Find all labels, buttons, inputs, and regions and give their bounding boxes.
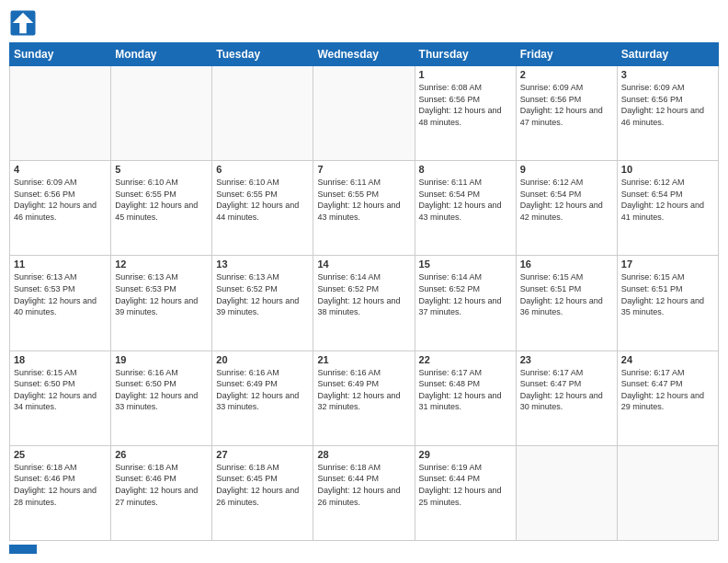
header-sunday: Sunday [10,43,111,66]
day-info: Sunrise: 6:09 AM Sunset: 6:56 PM Dayligh… [520,82,613,128]
day-number: 10 [621,164,714,175]
logo-icon [9,9,37,37]
header-row: SundayMondayTuesdayWednesdayThursdayFrid… [10,43,719,66]
day-info: Sunrise: 6:18 AM Sunset: 6:46 PM Dayligh… [14,462,107,508]
day-number: 24 [621,354,714,365]
day-number: 5 [115,164,208,175]
day-number: 28 [317,449,410,460]
day-number: 19 [115,354,208,365]
week-row-2: 11Sunrise: 6:13 AM Sunset: 6:53 PM Dayli… [10,256,719,350]
header-monday: Monday [111,43,212,66]
day-number: 16 [520,259,613,270]
table-row: 28Sunrise: 6:18 AM Sunset: 6:44 PM Dayli… [313,445,415,540]
day-info: Sunrise: 6:18 AM Sunset: 6:45 PM Dayligh… [216,462,309,508]
day-number: 20 [216,354,309,365]
table-row: 19Sunrise: 6:16 AM Sunset: 6:50 PM Dayli… [111,350,212,445]
header-wednesday: Wednesday [313,43,415,66]
day-info: Sunrise: 6:15 AM Sunset: 6:51 PM Dayligh… [520,271,613,317]
day-info: Sunrise: 6:15 AM Sunset: 6:51 PM Dayligh… [621,271,714,317]
calendar-table: SundayMondayTuesdayWednesdayThursdayFrid… [9,42,719,541]
header-tuesday: Tuesday [212,43,313,66]
day-info: Sunrise: 6:09 AM Sunset: 6:56 PM Dayligh… [14,177,107,223]
day-info: Sunrise: 6:12 AM Sunset: 6:54 PM Dayligh… [621,177,714,223]
day-info: Sunrise: 6:17 AM Sunset: 6:48 PM Dayligh… [419,367,512,413]
day-number: 2 [520,69,613,80]
day-number: 26 [115,449,208,460]
day-info: Sunrise: 6:14 AM Sunset: 6:52 PM Dayligh… [419,271,512,317]
table-row: 14Sunrise: 6:14 AM Sunset: 6:52 PM Dayli… [313,256,415,350]
header-saturday: Saturday [617,43,718,66]
table-row [313,66,415,161]
table-row: 5Sunrise: 6:10 AM Sunset: 6:55 PM Daylig… [111,161,212,256]
day-info: Sunrise: 6:18 AM Sunset: 6:46 PM Dayligh… [115,462,208,508]
table-row: 16Sunrise: 6:15 AM Sunset: 6:51 PM Dayli… [516,256,617,350]
day-number: 9 [520,164,613,175]
week-row-1: 4Sunrise: 6:09 AM Sunset: 6:56 PM Daylig… [10,161,719,256]
table-row: 18Sunrise: 6:15 AM Sunset: 6:50 PM Dayli… [10,350,111,445]
day-number: 21 [317,354,410,365]
table-row: 2Sunrise: 6:09 AM Sunset: 6:56 PM Daylig… [516,66,617,161]
day-number: 27 [216,449,309,460]
table-row [617,445,718,540]
day-number: 15 [419,259,512,270]
day-info: Sunrise: 6:08 AM Sunset: 6:56 PM Dayligh… [419,82,512,128]
table-row: 20Sunrise: 6:16 AM Sunset: 6:49 PM Dayli… [212,350,313,445]
table-row: 3Sunrise: 6:09 AM Sunset: 6:56 PM Daylig… [617,66,718,161]
table-row [10,66,111,161]
day-info: Sunrise: 6:10 AM Sunset: 6:55 PM Dayligh… [115,177,208,223]
day-info: Sunrise: 6:12 AM Sunset: 6:54 PM Dayligh… [520,177,613,223]
day-info: Sunrise: 6:16 AM Sunset: 6:50 PM Dayligh… [115,367,208,413]
day-number: 4 [14,164,107,175]
week-row-0: 1Sunrise: 6:08 AM Sunset: 6:56 PM Daylig… [10,66,719,161]
day-number: 11 [14,259,107,270]
table-row: 8Sunrise: 6:11 AM Sunset: 6:54 PM Daylig… [415,161,516,256]
table-row: 15Sunrise: 6:14 AM Sunset: 6:52 PM Dayli… [415,256,516,350]
day-info: Sunrise: 6:14 AM Sunset: 6:52 PM Dayligh… [317,271,410,317]
day-info: Sunrise: 6:17 AM Sunset: 6:47 PM Dayligh… [621,367,714,413]
table-row [212,66,313,161]
day-info: Sunrise: 6:09 AM Sunset: 6:56 PM Dayligh… [621,82,714,128]
day-info: Sunrise: 6:18 AM Sunset: 6:44 PM Dayligh… [317,462,410,508]
table-row: 26Sunrise: 6:18 AM Sunset: 6:46 PM Dayli… [111,445,212,540]
logo [9,9,40,37]
day-info: Sunrise: 6:13 AM Sunset: 6:52 PM Dayligh… [216,271,309,317]
table-row: 6Sunrise: 6:10 AM Sunset: 6:55 PM Daylig… [212,161,313,256]
table-row: 1Sunrise: 6:08 AM Sunset: 6:56 PM Daylig… [415,66,516,161]
table-row: 24Sunrise: 6:17 AM Sunset: 6:47 PM Dayli… [617,350,718,445]
table-row: 22Sunrise: 6:17 AM Sunset: 6:48 PM Dayli… [415,350,516,445]
table-row: 11Sunrise: 6:13 AM Sunset: 6:53 PM Dayli… [10,256,111,350]
day-info: Sunrise: 6:15 AM Sunset: 6:50 PM Dayligh… [14,367,107,413]
day-number: 25 [14,449,107,460]
day-info: Sunrise: 6:16 AM Sunset: 6:49 PM Dayligh… [216,367,309,413]
day-info: Sunrise: 6:11 AM Sunset: 6:54 PM Dayligh… [419,177,512,223]
header-friday: Friday [516,43,617,66]
day-number: 18 [14,354,107,365]
table-row: 10Sunrise: 6:12 AM Sunset: 6:54 PM Dayli… [617,161,718,256]
day-number: 23 [520,354,613,365]
day-info: Sunrise: 6:13 AM Sunset: 6:53 PM Dayligh… [115,271,208,317]
week-row-4: 25Sunrise: 6:18 AM Sunset: 6:46 PM Dayli… [10,445,719,540]
day-info: Sunrise: 6:17 AM Sunset: 6:47 PM Dayligh… [520,367,613,413]
day-number: 3 [621,69,714,80]
day-number: 29 [419,449,512,460]
day-number: 1 [419,69,512,80]
table-row: 21Sunrise: 6:16 AM Sunset: 6:49 PM Dayli… [313,350,415,445]
table-row: 4Sunrise: 6:09 AM Sunset: 6:56 PM Daylig… [10,161,111,256]
table-row: 9Sunrise: 6:12 AM Sunset: 6:54 PM Daylig… [516,161,617,256]
day-number: 8 [419,164,512,175]
day-info: Sunrise: 6:13 AM Sunset: 6:53 PM Dayligh… [14,271,107,317]
header [9,9,719,37]
day-number: 17 [621,259,714,270]
header-thursday: Thursday [415,43,516,66]
table-row [516,445,617,540]
footer [9,545,719,554]
calendar-header: SundayMondayTuesdayWednesdayThursdayFrid… [10,43,719,66]
day-info: Sunrise: 6:11 AM Sunset: 6:55 PM Dayligh… [317,177,410,223]
page: SundayMondayTuesdayWednesdayThursdayFrid… [0,0,728,563]
day-number: 13 [216,259,309,270]
day-number: 22 [419,354,512,365]
day-number: 12 [115,259,208,270]
table-row: 17Sunrise: 6:15 AM Sunset: 6:51 PM Dayli… [617,256,718,350]
day-info: Sunrise: 6:19 AM Sunset: 6:44 PM Dayligh… [419,462,512,508]
day-info: Sunrise: 6:10 AM Sunset: 6:55 PM Dayligh… [216,177,309,223]
